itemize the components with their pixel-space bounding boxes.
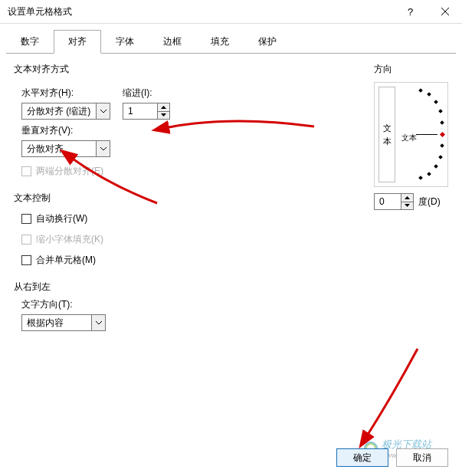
text-direction-input[interactable] xyxy=(22,315,91,330)
orientation-section-label: 方向 xyxy=(374,63,448,76)
svg-marker-2 xyxy=(161,106,166,109)
close-button[interactable] xyxy=(428,0,462,23)
orientation-vertical-button[interactable]: 文 本 xyxy=(378,87,395,182)
ok-button[interactable]: 确定 xyxy=(336,448,388,467)
orientation-degree-row: 度(D) xyxy=(374,193,448,210)
indent-spinner[interactable] xyxy=(123,103,170,120)
close-icon xyxy=(441,8,449,15)
chevron-up-icon xyxy=(161,106,166,109)
text-direction-combo[interactable] xyxy=(21,314,106,331)
tab-font[interactable]: 字体 xyxy=(101,30,149,54)
window-buttons: ? xyxy=(393,0,462,23)
orientation-line xyxy=(416,134,437,135)
horizontal-align-label: 水平对齐(H): xyxy=(21,87,110,100)
horizontal-align-dropdown-button[interactable] xyxy=(96,103,110,119)
indent-label: 缩进(I): xyxy=(123,87,170,100)
vertical-align-input[interactable] xyxy=(22,141,96,156)
svg-marker-4 xyxy=(405,196,410,199)
merge-label: 合并单元格(M) xyxy=(36,254,96,267)
chevron-up-icon xyxy=(405,196,410,199)
vertical-align-dropdown-button[interactable] xyxy=(96,141,110,156)
tab-fill[interactable]: 填充 xyxy=(196,30,244,54)
shrink-checkbox xyxy=(21,235,31,245)
orientation-center-text: 文本 xyxy=(401,133,417,143)
wrap-checkbox[interactable] xyxy=(21,214,31,224)
vertical-align-label: 垂直对齐(V): xyxy=(21,124,305,137)
svg-marker-5 xyxy=(405,204,410,207)
cancel-button[interactable]: 取消 xyxy=(396,448,448,467)
chevron-down-icon xyxy=(161,113,166,117)
horizontal-align-combo[interactable] xyxy=(21,103,110,120)
indent-up-button[interactable] xyxy=(158,103,169,111)
content: 文本对齐方式 水平对齐(H): 缩进(I): xyxy=(0,54,462,331)
chevron-down-icon xyxy=(100,108,106,114)
chevron-down-icon xyxy=(100,146,106,152)
tabs: 数字 对齐 字体 边框 填充 保护 xyxy=(0,24,462,54)
rtl-section-label: 从右到左 xyxy=(14,281,305,294)
merge-row: 合并单元格(M) xyxy=(21,254,305,267)
indent-input[interactable] xyxy=(123,103,157,119)
indent-down-button[interactable] xyxy=(158,111,169,120)
tab-border[interactable]: 边框 xyxy=(149,30,196,54)
tab-number[interactable]: 数字 xyxy=(6,30,54,54)
svg-marker-3 xyxy=(161,113,166,117)
merge-checkbox[interactable] xyxy=(21,255,31,265)
wrap-label: 自动换行(W) xyxy=(36,212,87,225)
orientation-selected-dot xyxy=(440,132,445,137)
text-alignment-section-label: 文本对齐方式 xyxy=(14,63,305,76)
orientation-panel: 方向 文 本 文本 xyxy=(374,63,448,210)
shrink-label: 缩小字体填充(K) xyxy=(36,233,103,246)
tab-protection[interactable]: 保护 xyxy=(244,30,291,54)
titlebar: 设置单元格格式 ? xyxy=(0,0,462,23)
orientation-dial[interactable]: 文本 xyxy=(398,87,444,182)
dialog-title: 设置单元格格式 xyxy=(8,5,72,18)
shrink-row: 缩小字体填充(K) xyxy=(21,233,305,246)
text-direction-dropdown-button[interactable] xyxy=(91,315,105,330)
vertical-text-char-2: 本 xyxy=(383,136,392,147)
text-direction-label: 文字方向(T): xyxy=(21,298,305,311)
orientation-box: 文 本 文本 xyxy=(374,82,448,187)
tab-alignment[interactable]: 对齐 xyxy=(54,30,101,54)
chevron-down-icon xyxy=(96,320,102,326)
chevron-down-icon xyxy=(405,204,410,207)
text-control-section-label: 文本控制 xyxy=(14,192,305,205)
footer: 确定 取消 xyxy=(336,448,448,467)
horizontal-align-input[interactable] xyxy=(22,103,96,119)
wrap-row: 自动换行(W) xyxy=(21,212,305,225)
vertical-text-char-1: 文 xyxy=(383,123,392,134)
degree-up-button[interactable] xyxy=(401,194,413,202)
degree-input[interactable] xyxy=(375,194,401,209)
vertical-align-combo[interactable] xyxy=(21,140,110,157)
degree-spinner[interactable] xyxy=(374,193,414,210)
degree-down-button[interactable] xyxy=(401,202,413,210)
justify-distributed-label: 两端分散对齐(E) xyxy=(36,165,103,178)
justify-distributed-row: 两端分散对齐(E) xyxy=(21,165,305,178)
help-button[interactable]: ? xyxy=(393,0,428,23)
left-column: 文本对齐方式 水平对齐(H): 缩进(I): xyxy=(14,63,305,331)
degree-label: 度(D) xyxy=(418,195,441,208)
justify-distributed-checkbox xyxy=(21,166,31,176)
